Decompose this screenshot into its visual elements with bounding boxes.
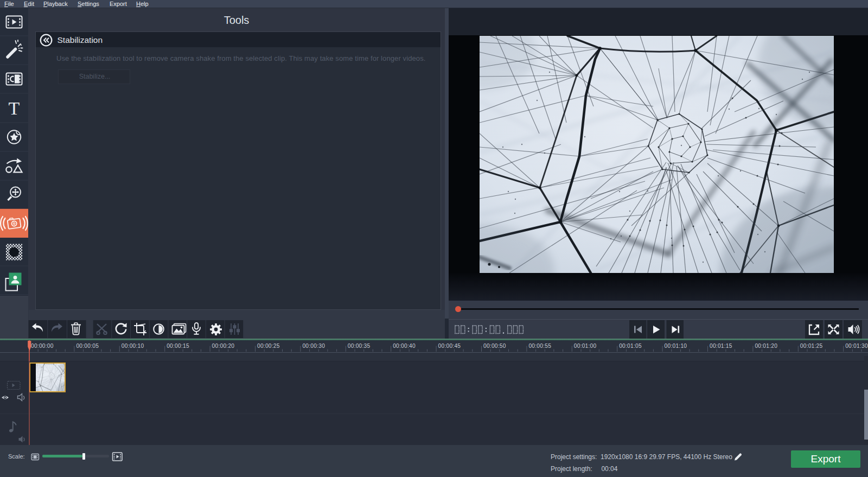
svg-text:00:00:00: 00:00:00 [31,343,54,349]
svg-text:00:01:10: 00:01:10 [665,343,687,349]
svg-text:00:00:05: 00:00:05 [76,343,99,349]
svg-text:00:00:45: 00:00:45 [438,343,461,349]
svg-text:00:00:15: 00:00:15 [167,343,189,349]
svg-text:00:00:20: 00:00:20 [212,343,235,349]
svg-text:00:01:00: 00:01:00 [574,343,597,349]
svg-text:00:01:20: 00:01:20 [755,343,777,349]
svg-text:00:01:05: 00:01:05 [619,343,642,349]
svg-text:00:00:40: 00:00:40 [393,343,416,349]
svg-text:T: T [9,98,20,118]
svg-text:00:00:35: 00:00:35 [348,343,371,349]
svg-text:00:00:25: 00:00:25 [257,343,280,349]
svg-text:00:01:15: 00:01:15 [710,343,732,349]
svg-text:00:00:50: 00:00:50 [483,343,506,349]
svg-text:00:00:55: 00:00:55 [528,343,551,349]
svg-text:00:00:10: 00:00:10 [122,343,144,349]
svg-text:00:01:25: 00:01:25 [800,343,823,349]
svg-text:00:00:30: 00:00:30 [302,343,325,349]
svg-text:00:01:30: 00:01:30 [845,343,868,349]
